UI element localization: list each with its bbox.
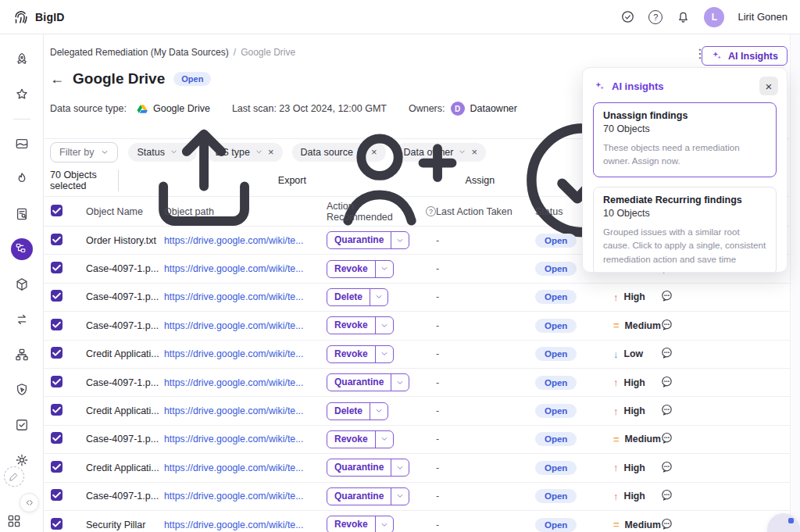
sidebar-item-image[interactable] (11, 133, 33, 155)
sidebar-item-tasks[interactable] (11, 414, 33, 436)
action-recommended-button[interactable]: Quarantine (327, 373, 409, 391)
comment-icon[interactable] (660, 346, 673, 359)
filter-by-dropdown[interactable]: Filter by (50, 142, 118, 162)
action-recommended-button[interactable]: Revoke (327, 345, 394, 363)
action-label[interactable]: Revoke (327, 261, 376, 277)
action-recommended-button[interactable]: Quarantine (327, 231, 409, 249)
system-status-icon[interactable] (620, 9, 635, 24)
sidebar-item-hierarchy[interactable] (11, 344, 33, 366)
user-avatar[interactable]: L (704, 7, 724, 27)
action-label[interactable]: Quarantine (327, 374, 391, 391)
notifications-bell-icon[interactable] (676, 9, 691, 24)
col-action-recommended[interactable]: Action Recommended (327, 201, 421, 223)
comment-icon[interactable] (660, 517, 673, 530)
object-path-link[interactable]: https://drive.google.com/wiki/te... (164, 434, 303, 445)
chevron-down-icon[interactable] (376, 346, 393, 362)
col-last-action-taken[interactable]: Last Action Taken (436, 206, 535, 217)
row-checkbox[interactable] (51, 404, 62, 416)
object-path-link[interactable]: https://drive.google.com/wiki/te... (164, 377, 303, 388)
object-path-link[interactable]: https://drive.google.com/wiki/te... (164, 405, 303, 416)
action-recommended-button[interactable]: Revoke (327, 516, 394, 532)
comment-icon[interactable] (660, 460, 673, 473)
ai-insight-card[interactable]: Unassign findings70 ObjectsThese objects… (593, 102, 777, 177)
row-checkbox[interactable] (51, 461, 62, 473)
comment-icon[interactable] (660, 318, 673, 331)
object-path-link[interactable]: https://drive.google.com/wiki/te... (164, 263, 303, 274)
action-label[interactable]: Quarantine (327, 488, 391, 505)
info-icon[interactable] (426, 206, 436, 216)
chevron-down-icon[interactable] (376, 317, 393, 334)
sidebar-item-transfer[interactable] (11, 309, 33, 330)
row-checkbox[interactable] (51, 262, 62, 273)
row-checkbox[interactable] (51, 319, 62, 330)
sidebar-item-rocket[interactable] (11, 48, 33, 70)
user-name[interactable]: Lirit Gonen (738, 11, 788, 23)
select-all-checkbox[interactable] (51, 205, 62, 216)
sidebar-item-flame[interactable] (11, 168, 33, 190)
sidebar-item-report-search[interactable] (11, 203, 33, 225)
action-recommended-button[interactable]: Quarantine (327, 459, 409, 477)
help-icon[interactable] (648, 10, 662, 24)
sidebar-item-shield[interactable] (11, 379, 33, 401)
back-arrow-icon[interactable]: ← (50, 72, 64, 86)
row-checkbox[interactable] (51, 432, 62, 444)
edit-pencil-button[interactable] (4, 466, 24, 487)
action-label[interactable]: Delete (327, 289, 370, 305)
ai-insights-button[interactable]: AI Insights (702, 46, 788, 66)
close-icon[interactable]: × (759, 77, 778, 95)
row-checkbox[interactable] (51, 376, 62, 387)
object-path-link[interactable]: https://drive.google.com/wiki/te... (164, 520, 303, 530)
object-path-link[interactable]: https://drive.google.com/wiki/te... (164, 491, 303, 502)
action-recommended-button[interactable]: Revoke (327, 316, 394, 334)
row-checkbox[interactable] (51, 347, 62, 359)
chevron-down-icon[interactable] (370, 289, 388, 305)
action-recommended-button[interactable]: Delete (327, 402, 388, 420)
row-checkbox[interactable] (51, 518, 62, 530)
action-label[interactable]: Quarantine (327, 459, 391, 476)
object-path-link[interactable]: https://drive.google.com/wiki/te... (164, 462, 303, 473)
chevron-down-icon[interactable] (391, 459, 409, 476)
brand[interactable]: BigID (12, 9, 65, 26)
chevron-down-icon[interactable] (391, 374, 409, 391)
action-label[interactable]: Revoke (327, 346, 376, 362)
chevron-down-icon[interactable] (376, 431, 393, 448)
chevron-down-icon[interactable] (376, 261, 393, 277)
sidebar-collapse-button[interactable] (20, 493, 39, 512)
object-path-link[interactable]: https://drive.google.com/wiki/te... (164, 348, 303, 359)
chevron-down-icon[interactable] (391, 232, 409, 248)
object-path-link[interactable]: https://drive.google.com/wiki/te... (164, 320, 303, 331)
assign-button[interactable]: Assign (322, 111, 495, 250)
action-label[interactable]: Revoke (327, 431, 376, 448)
sidebar-item-remediation[interactable] (11, 238, 33, 260)
comment-icon[interactable] (660, 431, 673, 445)
row-checkbox[interactable] (51, 290, 62, 302)
action-label[interactable]: Revoke (327, 317, 376, 334)
row-checkbox[interactable] (51, 489, 62, 501)
action-label[interactable]: Revoke (327, 516, 376, 532)
action-recommended-button[interactable]: Revoke (327, 430, 394, 448)
action-recommended-button[interactable]: Revoke (327, 260, 394, 278)
sidebar-item-star[interactable] (11, 84, 33, 105)
comment-icon[interactable] (660, 488, 673, 502)
row-checkbox[interactable] (51, 234, 62, 245)
object-path-link[interactable]: https://drive.google.com/wiki/te... (164, 235, 303, 246)
chevron-down-icon[interactable] (376, 516, 393, 532)
export-button[interactable]: Export (134, 111, 306, 250)
chevron-down-icon[interactable] (391, 488, 409, 505)
object-path-link[interactable]: https://drive.google.com/wiki/te... (164, 291, 303, 302)
action-recommended-button[interactable]: Delete (327, 288, 388, 306)
action-recommended-button[interactable]: Quarantine (327, 487, 409, 505)
comment-icon[interactable] (660, 403, 673, 416)
col-object-path[interactable]: Object path (164, 206, 327, 217)
comment-icon[interactable] (660, 289, 673, 302)
breadcrumb-parent[interactable]: Delegated Remediation (My Data Sources) (50, 47, 229, 59)
action-label[interactable]: Delete (327, 403, 370, 420)
col-object-name[interactable]: Object Name (86, 206, 164, 217)
ai-insight-card[interactable]: Remediate Recurring findings10 ObjectsGr… (593, 187, 777, 273)
comment-icon[interactable] (660, 375, 673, 388)
sidebar-item-cube[interactable] (11, 273, 33, 295)
severity-label: High (624, 491, 645, 502)
chevron-down-icon[interactable] (370, 403, 388, 420)
apps-grid-button[interactable] (6, 513, 22, 529)
action-label[interactable]: Quarantine (327, 232, 391, 248)
